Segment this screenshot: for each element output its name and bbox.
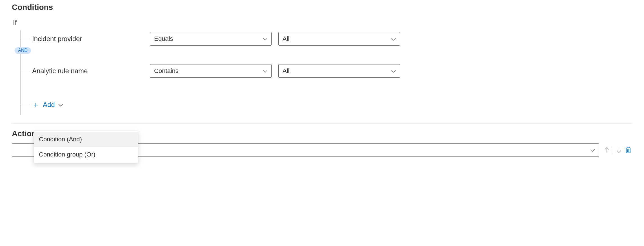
section-divider — [12, 123, 632, 124]
divider-line — [613, 147, 613, 153]
menu-item-condition-group-or[interactable]: Condition group (Or) — [34, 147, 138, 162]
action-reorder-controls — [603, 146, 632, 154]
operator-select[interactable]: Contains — [150, 64, 272, 78]
value-select-value: All — [283, 67, 289, 75]
delete-action-button[interactable] — [624, 146, 632, 154]
condition-row: Incident provider Equals All — [20, 30, 632, 47]
operator-select-value: Equals — [154, 35, 173, 43]
chevron-down-icon — [263, 35, 267, 43]
chevron-down-icon — [590, 147, 595, 153]
chevron-down-icon — [58, 102, 63, 108]
value-select[interactable]: All — [278, 32, 400, 46]
value-select[interactable]: All — [278, 64, 400, 78]
chevron-down-icon — [263, 67, 267, 75]
conditions-heading: Conditions — [12, 3, 632, 12]
menu-item-condition-and[interactable]: Condition (And) — [34, 132, 138, 147]
chevron-down-icon — [391, 35, 396, 43]
condition-property-label: Incident provider — [20, 35, 150, 43]
if-label: If — [13, 19, 632, 26]
and-operator-badge: AND — [15, 47, 31, 54]
move-down-button[interactable] — [615, 146, 623, 154]
add-condition-label: Add — [43, 101, 55, 109]
chevron-down-icon — [391, 67, 396, 75]
add-condition-button[interactable]: ＋ Add — [20, 96, 63, 113]
tree-branch-line — [20, 39, 30, 39]
condition-row: Analytic rule name Contains All — [20, 62, 632, 79]
value-select-value: All — [283, 35, 289, 43]
move-up-button[interactable] — [603, 146, 610, 154]
operator-select-value: Contains — [154, 67, 179, 75]
operator-select[interactable]: Equals — [150, 32, 272, 46]
condition-property-label: Analytic rule name — [20, 67, 150, 75]
tree-branch-line — [20, 71, 30, 71]
add-condition-menu: Condition (And) Condition group (Or) — [34, 131, 138, 163]
plus-icon: ＋ — [32, 101, 39, 108]
